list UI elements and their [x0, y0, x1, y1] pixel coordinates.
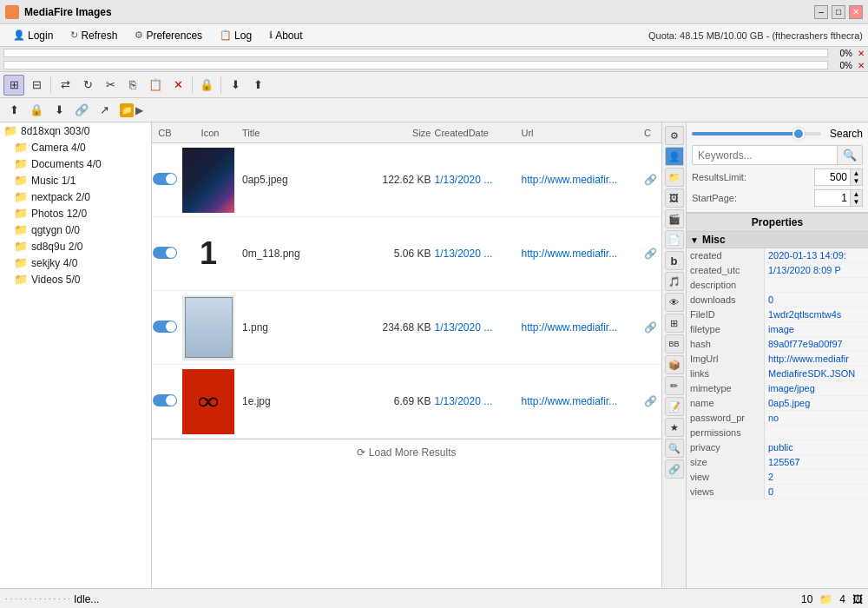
toggle-knob-3	[166, 395, 176, 406]
progressbars: 0% ✕ 0% ✕	[0, 47, 868, 72]
sidebar-item-music[interactable]: 📁 Music 1/1	[0, 172, 151, 188]
paste-button[interactable]: 📋	[145, 75, 166, 96]
view-list-button[interactable]: ⊟	[26, 75, 47, 96]
toggle-1[interactable]	[153, 247, 177, 259]
table-row[interactable]: 0ap5.jpeg 122.62 KB 1/13/2020 ... http:/…	[152, 143, 661, 217]
toggle-2[interactable]	[153, 321, 177, 333]
delete-button[interactable]: ✕	[168, 75, 188, 96]
preferences-label: Preferences	[146, 30, 202, 42]
sidebar-item-sekjky[interactable]: 📁 sekjky 4/0	[0, 254, 151, 271]
side-icon-zip[interactable]: 📦	[665, 355, 684, 374]
close-button[interactable]: ✕	[849, 5, 863, 19]
side-icon-doc[interactable]: 📝	[665, 397, 684, 416]
menubar: 👤 Login ↻ Refresh ⚙ Preferences 📋 Log ℹ …	[0, 24, 868, 47]
start-page-down[interactable]: ▼	[850, 198, 862, 206]
results-limit-input[interactable]	[815, 170, 850, 184]
side-icon-film[interactable]: 🎬	[665, 209, 684, 228]
col-header-date[interactable]: CreatedDate	[435, 128, 522, 138]
progress-close-2[interactable]: ✕	[858, 61, 865, 70]
table-row[interactable]: ∞ 1e.jpg 6.69 KB 1/13/2020 ... http://ww…	[152, 365, 661, 439]
side-icon-audio[interactable]: 🎵	[665, 272, 684, 291]
view-grid-button[interactable]: ⊞	[3, 75, 24, 96]
row-checkbox-2[interactable]	[152, 321, 178, 335]
search-input[interactable]	[693, 147, 837, 164]
row-link-0[interactable]: 🔗	[644, 174, 661, 186]
sidebar-item-sd8q9u[interactable]: 📁 sd8q9u 2/0	[0, 238, 151, 254]
side-icon-folder[interactable]: 📁	[665, 168, 684, 187]
row-url-3[interactable]: http://www.mediafir...	[522, 395, 645, 407]
toggle-knob-1	[166, 248, 176, 258]
row-checkbox-1[interactable]	[152, 247, 178, 261]
row-link-3[interactable]: 🔗	[644, 395, 661, 407]
link-button[interactable]: 🔗	[71, 100, 92, 121]
side-icon-image[interactable]: 🖼	[665, 188, 684, 208]
results-limit-down[interactable]: ▼	[850, 177, 862, 185]
side-icon-share[interactable]: 🔗	[665, 459, 684, 479]
side-icon-settings[interactable]: ⚙	[665, 126, 684, 145]
col-header-url[interactable]: Url	[522, 128, 645, 138]
search-slider-track[interactable]	[692, 132, 821, 135]
sidebar-item-qgtygn[interactable]: 📁 qgtygn 0/0	[0, 221, 151, 238]
col-header-title[interactable]: Title	[239, 128, 365, 138]
sidebar-item-videos[interactable]: 📁 Videos 5/0	[0, 271, 151, 287]
load-more-button[interactable]: ⟳ Load More Results	[152, 439, 661, 466]
sidebar-item-8d18xqn[interactable]: 📁 8d18xqn 303/0	[0, 122, 151, 139]
sidebar-item-photos[interactable]: 📁 Photos 12/0	[0, 205, 151, 221]
row-link-1[interactable]: 🔗	[644, 248, 661, 260]
row-url-2[interactable]: http://www.mediafir...	[522, 321, 645, 334]
about-menu-button[interactable]: ℹ About	[261, 27, 310, 44]
start-page-up[interactable]: ▲	[850, 190, 862, 198]
copy-button[interactable]: ⎘	[122, 75, 143, 96]
toggle-0[interactable]	[153, 173, 177, 185]
row-url-1[interactable]: http://www.mediafir...	[522, 248, 645, 260]
side-icon-user[interactable]: 👤	[665, 147, 684, 166]
row-link-2[interactable]: 🔗	[644, 321, 661, 334]
sidebar-item-camera[interactable]: 📁 Camera 4/0	[0, 139, 151, 155]
download-button[interactable]: ⬇	[225, 75, 246, 96]
col-header-size[interactable]: Size	[365, 128, 435, 138]
about-icon: ℹ	[269, 30, 273, 41]
progress-track-2	[3, 61, 828, 69]
search-button[interactable]: 🔍	[837, 146, 862, 164]
search-slider-thumb[interactable]	[792, 128, 805, 140]
side-icon-text[interactable]: 📄	[665, 230, 684, 249]
side-icon-grid[interactable]: ⊞	[665, 314, 684, 333]
side-icon-edit[interactable]: ✏	[665, 376, 684, 395]
row-checkbox-0[interactable]	[152, 173, 178, 188]
share-button[interactable]: ↗	[94, 100, 115, 121]
side-icon-eye[interactable]: 👁	[665, 293, 684, 312]
start-page-input[interactable]	[815, 191, 850, 205]
upload-button[interactable]: ⬆	[247, 75, 268, 96]
lock2-button[interactable]: 🔒	[26, 100, 47, 121]
side-icon-b[interactable]: b	[665, 251, 684, 270]
table-row[interactable]: 1.png 234.68 KB 1/13/2020 ... http://www…	[152, 291, 661, 365]
nav-up-button[interactable]: ⬆	[3, 100, 24, 121]
prop-row-description: description	[687, 278, 868, 293]
sidebar-item-nextpack[interactable]: 📁 nextpack 2/0	[0, 188, 151, 205]
sidebar-item-documents[interactable]: 📁 Documents 4/0	[0, 155, 151, 172]
row-url-0[interactable]: http://www.mediafir...	[522, 174, 645, 186]
minimize-button[interactable]: –	[814, 5, 828, 19]
login-menu-button[interactable]: 👤 Login	[5, 27, 61, 44]
log-menu-button[interactable]: 📋 Log	[212, 27, 260, 44]
progress-close-1[interactable]: ✕	[858, 49, 865, 58]
prop-key-size: size	[687, 455, 765, 469]
toggle-3[interactable]	[153, 394, 177, 406]
table-row[interactable]: 1 0m_118.png 5.06 KB 1/13/2020 ... http:…	[152, 217, 661, 291]
row-icon-0	[178, 148, 239, 213]
results-limit-up[interactable]: ▲	[850, 169, 862, 177]
row-checkbox-3[interactable]	[152, 394, 178, 409]
side-icon-star[interactable]: ★	[665, 418, 684, 437]
sidebar-label-8d18xqn: 8d18xqn 303/0	[21, 125, 89, 137]
refresh-menu-button[interactable]: ↻ Refresh	[62, 27, 125, 44]
refresh-button[interactable]: ↻	[77, 75, 98, 96]
prop-key-views: views	[687, 485, 765, 499]
restore-button[interactable]: □	[832, 5, 845, 19]
cut-button[interactable]: ✂	[100, 75, 121, 96]
sync-button[interactable]: ⇄	[55, 75, 76, 96]
download2-button[interactable]: ⬇	[49, 100, 69, 121]
side-icon-bb[interactable]: BB	[665, 334, 684, 354]
preferences-menu-button[interactable]: ⚙ Preferences	[127, 27, 210, 44]
lock-button[interactable]: 🔒	[196, 75, 217, 96]
side-icon-search[interactable]: 🔍	[665, 439, 684, 458]
